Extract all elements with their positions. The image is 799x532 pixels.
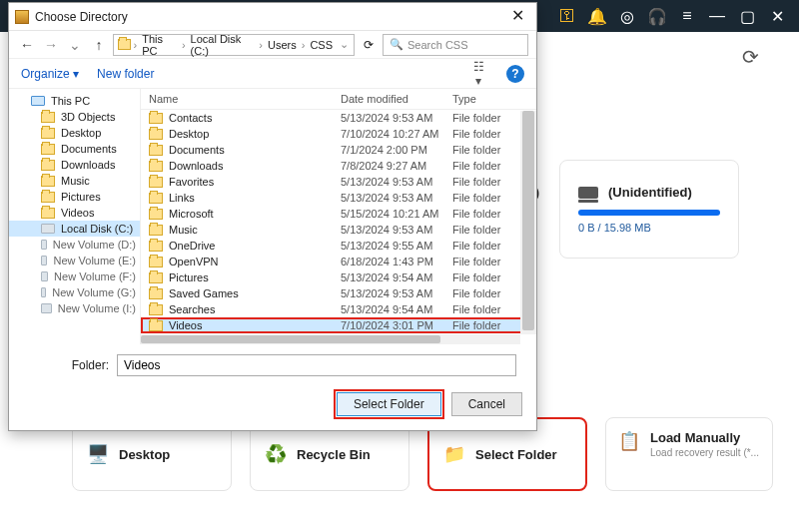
nav-row: ← → ⌄ ↑ › This PC› Local Disk (C:)› User… — [9, 31, 536, 59]
dr-icon — [41, 303, 52, 313]
choose-directory-dialog: Choose Directory ✕ ← → ⌄ ↑ › This PC› Lo… — [8, 2, 537, 431]
disc-icon[interactable]: ◎ — [613, 2, 641, 30]
tree-node[interactable]: 3D Objects — [9, 109, 140, 125]
tree-node[interactable]: Downloads — [9, 157, 140, 173]
cancel-button[interactable]: Cancel — [451, 392, 522, 416]
maximize-icon[interactable]: ▢ — [733, 2, 761, 30]
list-item[interactable]: Pictures5/13/2024 9:54 AMFile folder — [141, 269, 536, 285]
list-item[interactable]: Desktop7/10/2024 10:27 AMFile folder — [141, 126, 536, 142]
tree-node[interactable]: New Volume (E:) — [9, 253, 140, 268]
desktop-icon: 🖥️ — [87, 443, 109, 465]
menu-icon[interactable]: ≡ — [673, 2, 701, 30]
tree-node[interactable]: New Volume (D:) — [9, 237, 140, 253]
crumb[interactable]: Local Disk (C:) — [189, 33, 257, 57]
tree-label: New Volume (F:) — [54, 270, 136, 282]
folder-icon — [118, 39, 131, 50]
list-item[interactable]: Videos7/10/2024 3:01 PMFile folder — [141, 317, 536, 333]
tree-label: Documents — [61, 143, 117, 155]
select-folder-button[interactable]: Select Folder — [337, 392, 441, 416]
list-item[interactable]: Favorites5/13/2024 9:53 AMFile folder — [141, 174, 536, 190]
drive-card[interactable]: (Unidentified) 0 B / 15.98 MB — [559, 160, 739, 259]
list-item[interactable]: Saved Games5/13/2024 9:53 AMFile folder — [141, 285, 536, 301]
tree-node[interactable]: Music — [9, 173, 140, 189]
file-type: File folder — [452, 303, 528, 315]
file-name: Contacts — [169, 112, 212, 124]
file-name: Desktop — [169, 128, 209, 140]
tree-label: Desktop — [61, 127, 101, 139]
list-item[interactable]: Downloads7/8/2024 9:27 AMFile folder — [141, 158, 536, 174]
view-icon[interactable]: ☷ ▾ — [468, 60, 488, 88]
list-head[interactable]: Name Date modified Type — [141, 89, 536, 110]
hscroll[interactable] — [141, 334, 520, 344]
search-input[interactable]: 🔍 Search CSS — [383, 34, 528, 56]
list-item[interactable]: Links5/13/2024 9:53 AMFile folder — [141, 190, 536, 206]
col-type[interactable]: Type — [452, 93, 528, 105]
tree-label: This PC — [51, 95, 90, 107]
fld-icon — [41, 128, 55, 139]
folder-icon — [149, 304, 163, 315]
back-icon[interactable]: ← — [17, 37, 37, 53]
list-item[interactable]: Searches5/13/2024 9:54 AMFile folder — [141, 301, 536, 317]
list-item[interactable]: Music5/13/2024 9:53 AMFile folder — [141, 222, 536, 238]
crumb[interactable]: CSS — [308, 39, 335, 51]
tree-node[interactable]: Videos — [9, 205, 140, 221]
refresh-icon[interactable]: ⟳ — [742, 45, 759, 69]
dialog-close-button[interactable]: ✕ — [504, 7, 530, 27]
tree-label: New Volume (E:) — [53, 255, 136, 266]
tree-node[interactable]: New Volume (I:) — [9, 300, 140, 316]
fld-icon — [41, 112, 55, 123]
up-icon[interactable]: ↑ — [89, 37, 109, 53]
folder-icon — [149, 320, 163, 331]
tree-node[interactable]: This PC — [9, 93, 140, 109]
help-icon[interactable]: ? — [506, 65, 524, 83]
file-type: File folder — [452, 176, 528, 188]
file-type: File folder — [452, 256, 528, 267]
file-list: Name Date modified Type Contacts5/13/202… — [141, 89, 536, 344]
tree-node[interactable]: New Volume (F:) — [9, 268, 140, 284]
col-date[interactable]: Date modified — [341, 93, 452, 105]
recent-icon[interactable]: ⌄ — [65, 37, 85, 53]
file-date: 5/13/2024 9:55 AM — [341, 240, 452, 252]
file-name: Music — [169, 224, 198, 236]
vscroll[interactable] — [520, 111, 536, 334]
new-folder-button[interactable]: New folder — [97, 67, 154, 81]
organize-button[interactable]: Organize ▾ — [21, 67, 79, 81]
file-type: File folder — [452, 192, 528, 204]
folder-icon — [149, 257, 163, 267]
list-item[interactable]: OpenVPN6/18/2024 1:43 PMFile folder — [141, 254, 536, 269]
list-item[interactable]: OneDrive5/13/2024 9:55 AMFile folder — [141, 238, 536, 254]
folder-icon — [149, 161, 163, 172]
file-name: Links — [169, 192, 195, 204]
breadcrumb[interactable]: › This PC› Local Disk (C:)› Users› CSS ⌄ — [113, 34, 355, 56]
tree-node[interactable]: Desktop — [9, 125, 140, 141]
file-date: 5/13/2024 9:53 AM — [341, 112, 452, 124]
headphones-icon[interactable]: 🎧 — [643, 2, 671, 30]
search-placeholder: Search CSS — [407, 39, 468, 51]
tree-node[interactable]: Local Disk (C:) — [9, 221, 140, 237]
forward-icon[interactable]: → — [41, 37, 61, 53]
crumb[interactable]: This PC — [140, 33, 179, 57]
crumb[interactable]: Users — [266, 39, 299, 51]
bell-icon[interactable]: 🔔 — [583, 2, 611, 30]
file-date: 6/18/2024 1:43 PM — [341, 256, 452, 267]
key-icon[interactable]: ⚿ — [553, 2, 581, 30]
list-item[interactable]: Documents7/1/2024 2:00 PMFile folder — [141, 142, 536, 158]
toolbar: Organize ▾ New folder ☷ ▾ ? — [9, 59, 536, 89]
refresh-small-icon[interactable]: ⟳ — [359, 38, 379, 52]
list-item[interactable]: Contacts5/13/2024 9:53 AMFile folder — [141, 110, 536, 126]
tree-node[interactable]: Documents — [9, 141, 140, 157]
file-date: 5/13/2024 9:53 AM — [341, 287, 452, 299]
close-icon[interactable]: ✕ — [763, 2, 791, 30]
dr-icon — [41, 271, 48, 281]
tree-label: New Volume (I:) — [58, 302, 136, 314]
minimize-icon[interactable]: — — [703, 2, 731, 30]
tree-node[interactable]: New Volume (G:) — [9, 284, 140, 300]
col-name[interactable]: Name — [149, 93, 341, 105]
folder-tree[interactable]: This PC3D ObjectsDesktopDocumentsDownloa… — [9, 89, 141, 344]
file-date: 7/10/2024 10:27 AM — [341, 128, 452, 140]
list-item[interactable]: Microsoft5/15/2024 10:21 AMFile folder — [141, 206, 536, 222]
folder-input[interactable] — [117, 354, 516, 376]
file-type: File folder — [452, 319, 528, 331]
tree-node[interactable]: Pictures — [9, 189, 140, 205]
loc-load-manually[interactable]: 📋Load ManuallyLoad recovery result (*... — [605, 417, 773, 491]
